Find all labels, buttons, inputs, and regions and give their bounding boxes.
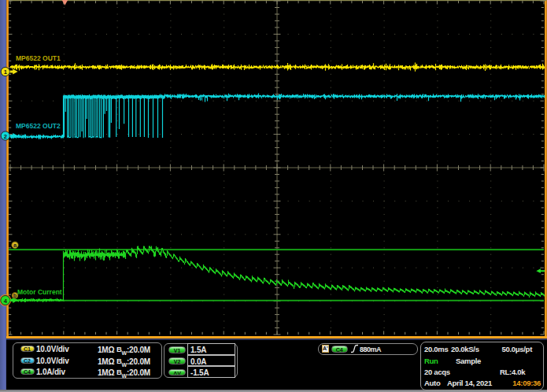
svg-text:MP6522 OUT2: MP6522 OUT2 [16,122,61,130]
svg-text:1: 1 [4,68,7,76]
svg-text:Motor Current: Motor Current [17,288,62,296]
svg-text:b: b [13,293,17,298]
svg-text:2: 2 [4,133,7,140]
svg-text:MP6522 OUT1: MP6522 OUT1 [16,54,61,62]
